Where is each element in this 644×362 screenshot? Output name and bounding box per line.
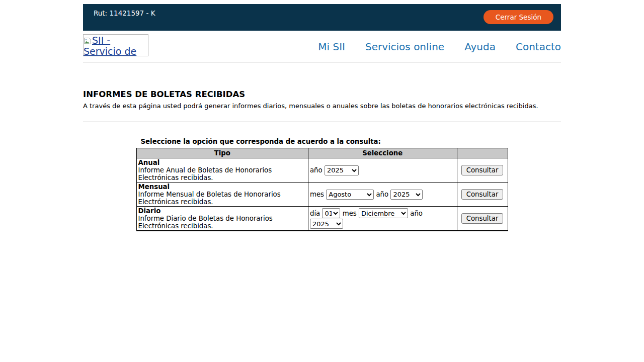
mensual-year-select[interactable]: 2025 <box>390 190 423 200</box>
anual-consultar-button[interactable]: Consultar <box>461 165 504 175</box>
diario-consultar-button[interactable]: Consultar <box>461 213 504 224</box>
anual-type-cell: AnualInforme Anual de Boletas de Honorar… <box>136 158 308 183</box>
diario-month-select[interactable]: Diciembre <box>359 208 408 218</box>
mensual-select-cell: mes Agosto año 2025 <box>308 183 457 207</box>
main-nav: Mi SII Servicios online Ayuda Contacto <box>318 41 561 62</box>
anual-year-label: año <box>310 166 323 174</box>
table-header-row: Tipo Seleccione <box>136 148 508 158</box>
nav-servicios-online[interactable]: Servicios online <box>365 41 444 62</box>
form-caption: Seleccione la opción que corresponda de … <box>136 138 508 145</box>
anual-year-select[interactable]: 2025 <box>325 165 359 175</box>
table-row-mensual: MensualInforme Mensual de Boletas de Hon… <box>136 183 508 207</box>
page-description: A través de esta página usted podrá gene… <box>83 102 561 110</box>
anual-select-cell: año 2025 <box>308 158 457 183</box>
mensual-type-cell: MensualInforme Mensual de Boletas de Hon… <box>136 183 308 207</box>
divider <box>83 122 561 122</box>
diario-year-select[interactable]: 2025 <box>310 219 343 229</box>
page-container: Rut: 11421597 - K Cerrar Sesión SII - Se… <box>83 4 561 231</box>
anual-label: Anual <box>138 159 306 166</box>
nav-mi-sii[interactable]: Mi SII <box>318 41 345 62</box>
broken-image-icon <box>84 35 92 46</box>
diario-day-label: día <box>310 210 320 217</box>
mensual-month-select[interactable]: Agosto <box>326 190 374 200</box>
nav-ayuda[interactable]: Ayuda <box>464 41 496 62</box>
mensual-label: Mensual <box>138 183 306 191</box>
diario-year-label: año <box>410 210 423 217</box>
nav-contacto[interactable]: Contacto <box>516 41 561 62</box>
logout-button[interactable]: Cerrar Sesión <box>484 10 553 24</box>
sii-logo-link[interactable]: SII - Servicio de <box>83 34 148 56</box>
rut-label: Rut: 11421597 - K <box>94 10 155 17</box>
diario-action-cell: Consultar <box>457 207 508 231</box>
diario-type-cell: DiarioInforme Diario de Boletas de Honor… <box>136 207 308 231</box>
report-options-table: Tipo Seleccione AnualInforme Anual de Bo… <box>136 148 508 231</box>
mensual-year-label: año <box>376 191 388 198</box>
report-form-section: Seleccione la opción que corresponda de … <box>136 138 508 231</box>
site-header: SII - Servicio de Mi SII Servicios onlin… <box>83 31 561 62</box>
column-header-action <box>457 148 508 158</box>
table-row-diario: DiarioInforme Diario de Boletas de Honor… <box>136 207 508 231</box>
diario-day-select[interactable]: 01 <box>322 208 340 218</box>
anual-description: Informe Anual de Boletas de Honorarios E… <box>138 166 272 182</box>
column-header-seleccione: Seleccione <box>308 148 457 158</box>
anual-action-cell: Consultar <box>457 158 508 183</box>
mensual-consultar-button[interactable]: Consultar <box>461 189 504 200</box>
mensual-action-cell: Consultar <box>457 183 508 207</box>
diario-month-label: mes <box>343 210 357 217</box>
diario-label: Diario <box>138 207 306 215</box>
diario-description: Informe Diario de Boletas de Honorarios … <box>138 215 273 230</box>
column-header-tipo: Tipo <box>136 148 308 158</box>
mensual-description: Informe Mensual de Boletas de Honorarios… <box>138 191 281 206</box>
diario-select-cell: día 01 mes Diciembre año 2025 <box>308 207 457 231</box>
page-title: INFORMES DE BOLETAS RECIBIDAS <box>83 89 561 99</box>
mensual-month-label: mes <box>310 191 324 198</box>
table-row-anual: AnualInforme Anual de Boletas de Honorar… <box>136 158 508 183</box>
session-bar: Rut: 11421597 - K Cerrar Sesión <box>83 4 561 31</box>
